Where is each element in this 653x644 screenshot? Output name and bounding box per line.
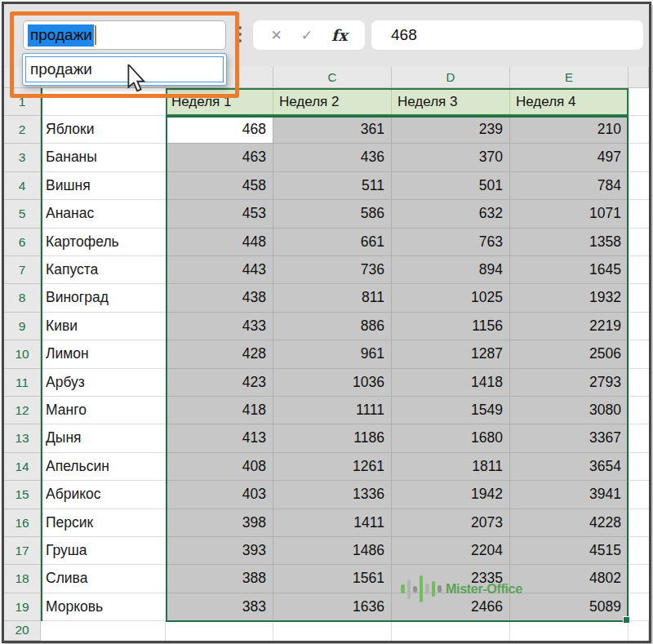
- item-name-cell[interactable]: Морковь: [41, 593, 166, 621]
- row-header-5[interactable]: 5: [4, 200, 41, 228]
- cell-partial[interactable]: [629, 509, 649, 537]
- column-header-C[interactable]: C: [273, 67, 392, 88]
- fill-handle[interactable]: [623, 616, 630, 624]
- row-header-4[interactable]: 4: [4, 172, 41, 200]
- item-name-cell[interactable]: Виноград: [41, 284, 166, 312]
- row-header-14[interactable]: 14: [4, 453, 41, 481]
- cell-partial[interactable]: [629, 565, 649, 593]
- item-name-cell[interactable]: Манго: [41, 397, 166, 424]
- row-header-15[interactable]: 15: [4, 481, 41, 509]
- row-header-2[interactable]: 2: [4, 116, 41, 144]
- column-header-D[interactable]: D: [392, 67, 510, 88]
- watermark-text: Mister-Office: [446, 581, 522, 597]
- row-header-17[interactable]: 17: [4, 537, 41, 565]
- item-name-cell[interactable]: Персик: [41, 509, 166, 537]
- item-name-cell[interactable]: Картофель: [41, 229, 166, 256]
- row-header-13[interactable]: 13: [4, 424, 41, 452]
- cell-partial[interactable]: [629, 116, 649, 144]
- row-header-10[interactable]: 10: [4, 340, 41, 368]
- item-name-cell[interactable]: Киви: [41, 313, 166, 340]
- item-name-cell[interactable]: Абрикос: [41, 481, 166, 509]
- formula-bar-value: 468: [391, 26, 417, 44]
- mouse-cursor-icon: [127, 64, 148, 94]
- cell-partial[interactable]: [629, 369, 649, 397]
- cell-partial[interactable]: [629, 453, 649, 481]
- formula-bar-input[interactable]: 468: [371, 20, 643, 50]
- excel-screenshot: ABCDE1234567891011121314151617181920Неде…: [2, 2, 651, 643]
- insert-function-icon[interactable]: fx: [331, 26, 348, 44]
- cell-partial[interactable]: [629, 593, 649, 621]
- formula-button-group: ✕ ✓ fx: [253, 20, 365, 50]
- cell-partial[interactable]: [629, 340, 649, 368]
- cell-partial[interactable]: [629, 172, 649, 200]
- cell-partial[interactable]: [629, 284, 649, 312]
- item-name-cell[interactable]: Слива: [41, 565, 166, 593]
- cell-row20[interactable]: [510, 621, 629, 641]
- annotation-frame: [10, 11, 239, 98]
- cell-partial[interactable]: [629, 229, 649, 256]
- item-name-cell[interactable]: Ананас: [41, 200, 166, 228]
- cell-row20[interactable]: [273, 621, 392, 641]
- row-header-7[interactable]: 7: [4, 256, 41, 284]
- row-header-11[interactable]: 11: [4, 369, 41, 397]
- row-header-18[interactable]: 18: [4, 565, 41, 593]
- row-header-12[interactable]: 12: [4, 397, 41, 424]
- cell-partial[interactable]: [629, 537, 649, 565]
- cell-partial[interactable]: [629, 397, 649, 424]
- selection-border: [166, 116, 629, 622]
- equalizer-logo-icon: [401, 575, 442, 602]
- cell-partial[interactable]: [629, 313, 649, 340]
- row-header-16[interactable]: 16: [4, 509, 41, 537]
- cell-row20[interactable]: [166, 621, 273, 641]
- cell-partial[interactable]: [629, 481, 649, 509]
- item-name-cell[interactable]: Лимон: [41, 340, 166, 368]
- item-name-cell[interactable]: Арбуз: [41, 369, 166, 397]
- cell-row20[interactable]: [629, 621, 649, 641]
- cell-partial[interactable]: [629, 144, 649, 171]
- cell-partial[interactable]: [629, 88, 649, 116]
- row-header-accent-line: [41, 88, 42, 621]
- cell-partial[interactable]: [629, 256, 649, 284]
- row-header-9[interactable]: 9: [4, 313, 41, 340]
- watermark: Mister-Office: [401, 575, 526, 602]
- enter-icon[interactable]: ✓: [301, 27, 313, 44]
- row-header-20[interactable]: 20: [4, 621, 41, 641]
- cell-partial[interactable]: [629, 200, 649, 228]
- item-name-cell[interactable]: Вишня: [41, 172, 166, 200]
- item-name-cell[interactable]: Бананы: [41, 144, 166, 171]
- row-header-19[interactable]: 19: [4, 593, 41, 621]
- item-name-cell[interactable]: Дыня: [41, 424, 166, 452]
- row-header-8[interactable]: 8: [4, 284, 41, 312]
- cell-row20[interactable]: [392, 621, 510, 641]
- column-header-E[interactable]: E: [510, 67, 629, 88]
- item-name-cell[interactable]: Апельсин: [41, 453, 166, 481]
- cancel-icon[interactable]: ✕: [270, 27, 282, 44]
- row-header-6[interactable]: 6: [4, 229, 41, 256]
- row-header-3[interactable]: 3: [4, 144, 41, 171]
- column-header-partial[interactable]: [629, 67, 649, 88]
- cell-row20[interactable]: [41, 621, 166, 641]
- item-name-cell[interactable]: Груша: [41, 537, 166, 565]
- item-name-cell[interactable]: Капуста: [41, 256, 166, 284]
- item-name-cell[interactable]: Яблоки: [41, 116, 166, 144]
- cell-partial[interactable]: [629, 424, 649, 452]
